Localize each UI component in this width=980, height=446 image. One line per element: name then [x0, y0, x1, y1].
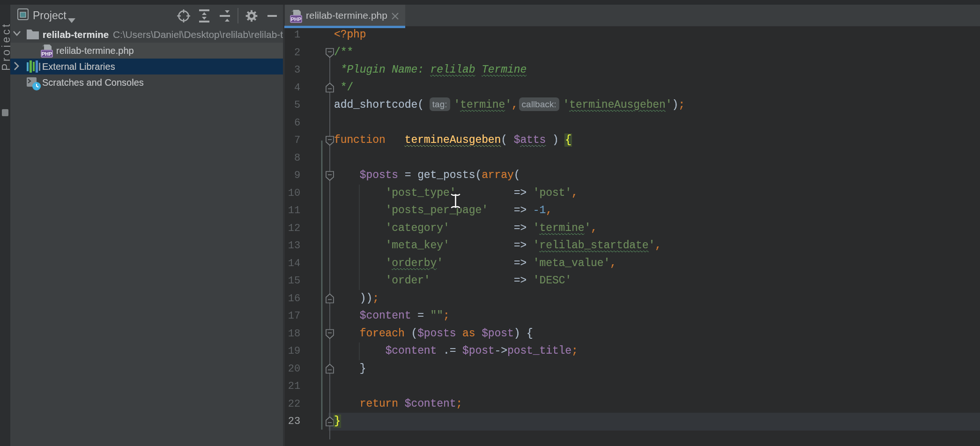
svg-text:Project: Project [33, 9, 67, 22]
svg-text:PHP: PHP [42, 51, 52, 57]
